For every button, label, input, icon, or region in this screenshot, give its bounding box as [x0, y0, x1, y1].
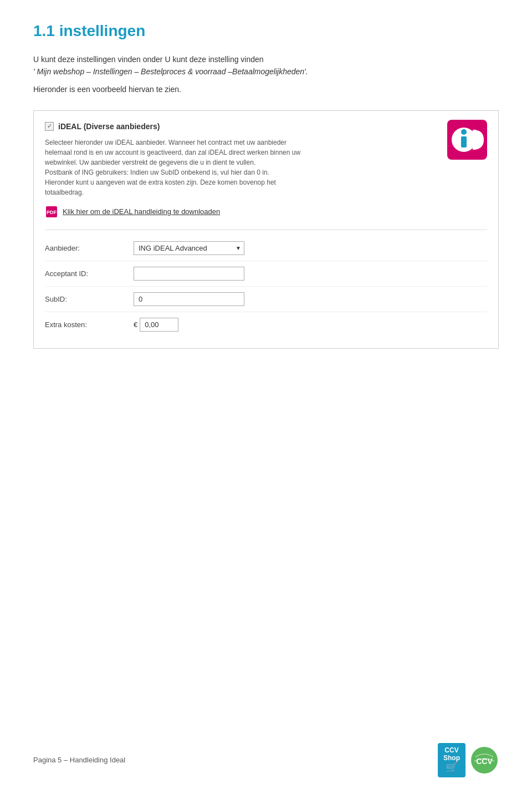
page-title: 1.1 instellingen [33, 22, 499, 40]
example-text: Hieronder is een voorbeeld hiervan te zi… [33, 85, 499, 94]
intro-paragraph: U kunt deze instellingen vinden onder U … [33, 53, 499, 78]
aanbieder-row: Aanbieder: ING iDEAL Advanced ▼ [45, 236, 487, 261]
ccv-leaf-icon: CCV [470, 746, 499, 775]
extra-kosten-field: € [134, 318, 178, 332]
extra-kosten-input[interactable] [140, 318, 178, 332]
svg-rect-2 [461, 136, 467, 147]
svg-point-1 [461, 129, 467, 135]
ccv-shop-label-bottom: Shop [443, 754, 460, 762]
intro-line2: ' Mijn webshop – Instellingen – Bestelpr… [33, 67, 308, 76]
acceptant-id-input[interactable] [134, 267, 244, 281]
acceptant-id-row: Acceptant ID: [45, 261, 487, 287]
ccv-shop-badge: CCV Shop 🛒 [438, 743, 466, 777]
ideal-description: Selecteer hieronder uw iDEAL aanbieder. … [45, 138, 366, 197]
shopping-cart-icon: 🛒 [446, 762, 458, 774]
ideal-title: iDEAL (Diverse aanbieders) [58, 122, 160, 131]
aanbieder-select[interactable]: ING iDEAL Advanced [134, 241, 244, 255]
intro-line1: U kunt deze instellingen vinden onder U … [33, 55, 264, 64]
subid-row: SubID: [45, 287, 487, 312]
ccv-logo: CCV [470, 746, 499, 775]
subid-field [134, 292, 244, 306]
ideal-header: ✓ iDEAL (Diverse aanbieders) [45, 122, 487, 131]
extra-kosten-label: Extra kosten: [45, 320, 134, 329]
ccv-shop-label-top: CCV [444, 746, 458, 754]
footer-logos: CCV Shop 🛒 CCV [438, 743, 499, 777]
download-link-row[interactable]: PDF Klik hier om de iDEAL handleiding te… [45, 205, 487, 218]
acceptant-id-field [134, 267, 244, 281]
aanbieder-field: ING iDEAL Advanced ▼ [134, 241, 244, 255]
svg-text:PDF: PDF [47, 210, 57, 215]
aanbieder-label: Aanbieder: [45, 244, 134, 252]
pdf-icon: PDF [45, 205, 58, 218]
divider-line [45, 230, 487, 230]
acceptant-id-label: Acceptant ID: [45, 269, 134, 278]
ideal-settings-box: ✓ iDEAL (Diverse aanbieders) Selecteer h… [33, 110, 499, 349]
ideal-logo [447, 120, 487, 160]
extra-kosten-row: Extra kosten: € [45, 312, 487, 337]
aanbieder-select-wrapper: ING iDEAL Advanced ▼ [134, 241, 244, 255]
download-link-text[interactable]: Klik hier om de iDEAL handleiding te dow… [63, 207, 220, 216]
euro-symbol: € [134, 320, 137, 329]
subid-label: SubID: [45, 295, 134, 303]
page-footer: Pagina 5 – Handleiding Ideal CCV Shop 🛒 … [0, 743, 532, 777]
subid-input[interactable] [134, 292, 244, 306]
ideal-checkbox[interactable]: ✓ [45, 122, 54, 131]
footer-page-label: Pagina 5 – Handleiding Ideal [33, 756, 125, 764]
